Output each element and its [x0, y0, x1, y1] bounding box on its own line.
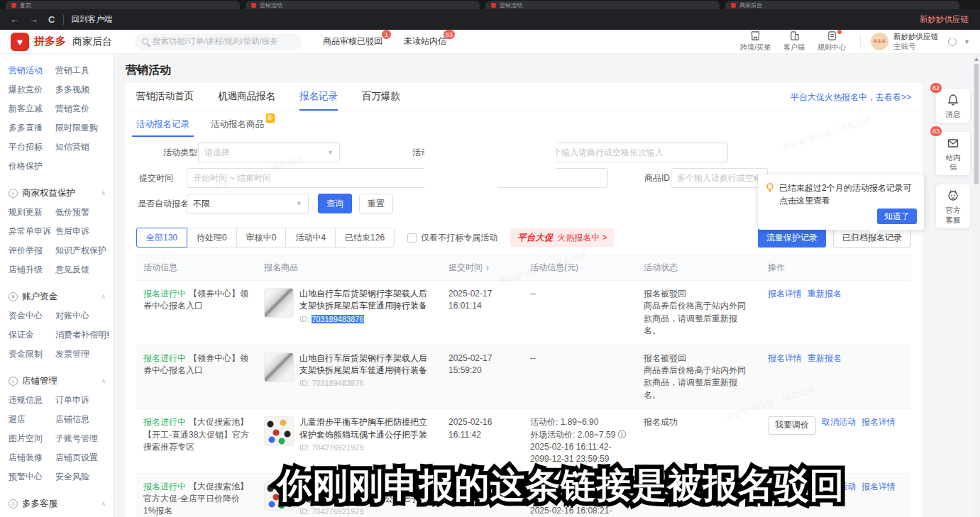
op-重新报名[interactable]: 重新报名: [808, 352, 842, 365]
audit-rejected-link[interactable]: 商品审核已驳回 1: [323, 35, 382, 48]
browser-tab[interactable]: 商家后台: [725, 1, 959, 9]
query-button[interactable]: 查询: [318, 194, 352, 213]
sidebar-item-退店[interactable]: 退店: [9, 410, 55, 429]
sidebar-item-资金限制[interactable]: 资金限制: [9, 345, 55, 364]
chip-待处理0[interactable]: 待处理0: [187, 228, 237, 248]
sidebar-item-评价举报[interactable]: 评价举报: [9, 241, 55, 260]
scroll-up-icon[interactable]: [974, 57, 979, 61]
op-取消活动[interactable]: 取消活动: [822, 416, 856, 428]
sidebar-item-价格保护[interactable]: 价格保护: [9, 157, 55, 176]
op-报名详情[interactable]: 报名详情: [861, 481, 896, 493]
browser-tab[interactable]: 首页: [6, 1, 240, 9]
op-报名详情[interactable]: 报名详情: [768, 352, 802, 365]
tab-百万爆款[interactable]: 百万爆款: [362, 90, 400, 111]
pinduoduo-logo-icon[interactable]: ♥: [11, 33, 29, 51]
refresh-icon[interactable]: C: [48, 14, 55, 25]
global-search-input[interactable]: 搜索功能/订单/课程/规则/帮助/服务: [135, 33, 302, 50]
op-报名详情[interactable]: 报名详情: [861, 416, 896, 428]
sidebar-item-新客立减[interactable]: 新客立减: [9, 99, 55, 118]
sidebar-group-header[interactable]: ☺多多客服∧: [9, 494, 113, 513]
sort-icon[interactable]: ▲▼: [485, 265, 490, 271]
sidebar-item-违规信息[interactable]: 违规信息: [9, 391, 55, 410]
op-我要调价[interactable]: 我要调价: [768, 416, 816, 435]
sidebar-group-header[interactable]: ¥账户资金∧: [9, 287, 113, 306]
product-image[interactable]: [264, 352, 294, 382]
sidebar-item-发票管理[interactable]: 发票管理: [55, 345, 109, 364]
sidebar-item-图片空间[interactable]: 图片空间: [9, 429, 55, 448]
back-icon[interactable]: ←: [10, 14, 19, 25]
product-title[interactable]: 儿童滑步平衡车护胸车把防撞把立保护套饰熊猫玩偶卡通公仔把手装: [299, 416, 434, 441]
account-info[interactable]: 新妙妙供应链 主账号: [893, 32, 938, 51]
float-站内信[interactable]: 63站内信: [936, 132, 970, 175]
sidebar-item-低价预警[interactable]: 低价预警: [55, 203, 109, 222]
sidebar-group-header[interactable]: ⌂店铺管理∧: [9, 371, 113, 391]
subtab-活动报名记录[interactable]: 活动报名记录: [136, 111, 189, 137]
sidebar-item-保证金[interactable]: 保证金: [9, 326, 55, 345]
quick-link-storefront-icon[interactable]: 跨境/买菜: [740, 31, 771, 52]
sidebar-item-消费者补偿明细[interactable]: 消费者补偿明细: [55, 326, 109, 345]
sidebar-item-营销竞价[interactable]: 营销竞价: [55, 99, 109, 118]
sidebar-item-知识产权保护[interactable]: 知识产权保护: [55, 241, 109, 260]
page-scrollbar[interactable]: [973, 54, 980, 517]
sidebar-item-意见反馈[interactable]: 意见反馈: [55, 260, 109, 279]
product-id-value[interactable]: 703189483876: [312, 379, 363, 387]
sidebar-item-异常单申诉[interactable]: 异常单申诉: [9, 222, 55, 241]
sidebar-item-限时限量购[interactable]: 限时限量购: [55, 118, 109, 138]
sidebar-item-店铺升级[interactable]: 店铺升级: [9, 260, 55, 279]
op-取消活动[interactable]: 取消活动: [822, 481, 856, 493]
tooltip-ok-button[interactable]: 知道了: [877, 209, 917, 224]
traffic-protection-button[interactable]: 流量保护记录: [758, 228, 826, 248]
product-title[interactable]: 山地自行车后货架钢行李架载人后支架快拆尾架后车筐通用骑行装备: [299, 288, 434, 313]
sidebar-item-对账中心[interactable]: 对账中心: [55, 306, 109, 326]
tab-营销活动首页[interactable]: 营销活动首页: [136, 90, 194, 111]
chip-全部130[interactable]: 全部130: [136, 228, 187, 248]
sidebar-item-爆款竞价[interactable]: 爆款竞价: [9, 80, 55, 99]
auto-signup-select[interactable]: 不限▼: [187, 194, 309, 213]
tab-报名记录[interactable]: 报名记录: [299, 90, 338, 111]
chip-活动中4[interactable]: 活动中4: [285, 228, 336, 248]
op-我要调价[interactable]: 我要调价: [768, 481, 816, 499]
product-id-input[interactable]: [671, 168, 768, 188]
product-image[interactable]: [264, 416, 294, 446]
sidebar-item-营销活动[interactable]: 营销活动: [9, 61, 55, 80]
sidebar-item-店铺页设置[interactable]: 店铺页设置: [55, 448, 109, 467]
product-title[interactable]: 山地自行车后货架钢行李架载人后支架快拆尾架后车筐通用骑行装备: [299, 352, 434, 377]
submit-time-range-input[interactable]: [187, 168, 426, 188]
op-重新报名[interactable]: 重新报名: [808, 288, 842, 300]
sidebar-item-售后申诉[interactable]: 售后申诉: [55, 222, 109, 241]
promo-link[interactable]: 平台大促火热报名中，去看看>>: [791, 91, 911, 109]
sidebar-item-短信营销[interactable]: 短信营销: [55, 138, 109, 157]
sidebar-item-店铺装修[interactable]: 店铺装修: [9, 448, 55, 467]
activity-id-input[interactable]: [538, 143, 728, 162]
unread-mail-link[interactable]: 未读站内信 63: [404, 35, 446, 48]
sidebar-item-多多视频[interactable]: 多多视频: [55, 80, 109, 99]
op-报名详情[interactable]: 报名详情: [768, 288, 802, 300]
avatar[interactable]: 拼多多: [871, 33, 888, 50]
sidebar-item-订单申诉[interactable]: 订单申诉: [55, 391, 109, 410]
product-id-value[interactable]: 703189483876: [312, 315, 363, 323]
logout-icon[interactable]: [948, 38, 957, 46]
browser-profile-name[interactable]: 新妙妙供应链: [920, 14, 969, 25]
browser-tab[interactable]: 营销活动: [246, 1, 480, 9]
quick-link-client-icon[interactable]: 客户端: [783, 31, 805, 52]
sidebar-item-客服数据[interactable]: 客服数据: [9, 513, 55, 517]
quick-link-rules-icon[interactable]: 规则中心: [817, 31, 846, 52]
sidebar-item-营销工具[interactable]: 营销工具: [55, 61, 109, 80]
exclusive-activity-checkbox[interactable]: 仅看不打标专属活动: [407, 232, 497, 244]
sidebar-item-平台招标[interactable]: 平台招标: [9, 138, 55, 157]
product-id-value[interactable]: 704276921979: [312, 443, 363, 452]
sidebar-group-header[interactable]: ✓商家权益保护∧: [9, 183, 113, 203]
scrollbar-thumb[interactable]: [974, 64, 979, 184]
activity-type-select[interactable]: 请选择▼: [198, 143, 340, 162]
product-title[interactable]: 儿童滑步平衡车护胸车把防撞把立保护套饰熊猫玩偶卡通公仔把手装: [299, 481, 434, 506]
tab-机遇商品报名[interactable]: 机遇商品报名: [218, 90, 275, 111]
float-官方客服[interactable]: 官方客服: [936, 184, 970, 228]
product-id-value[interactable]: 704276921979: [312, 507, 363, 516]
chip-审核中0[interactable]: 审核中0: [236, 228, 287, 248]
float-消息[interactable]: 82消息: [936, 89, 970, 123]
sidebar-item-店铺信息[interactable]: 店铺信息: [55, 410, 109, 429]
product-image[interactable]: [264, 481, 294, 511]
product-image[interactable]: [264, 288, 294, 318]
forward-icon[interactable]: →: [29, 14, 38, 25]
sidebar-item-子账号管理[interactable]: 子账号管理: [55, 429, 109, 448]
